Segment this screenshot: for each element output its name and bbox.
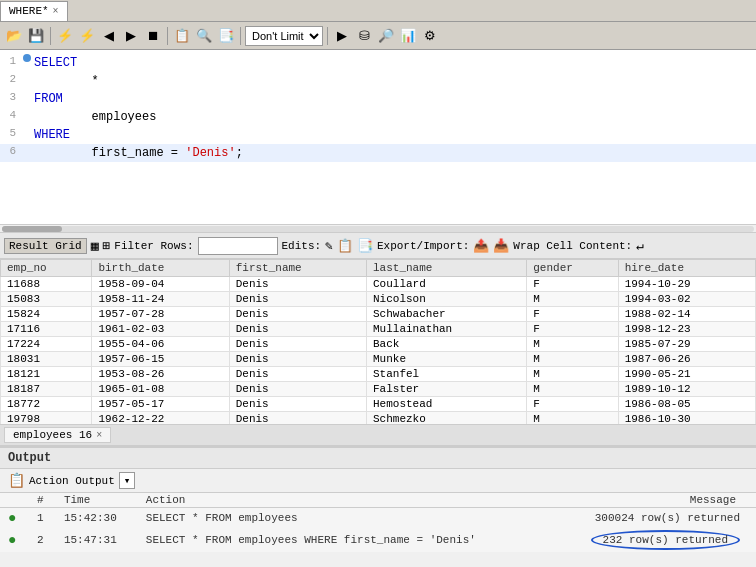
grid-header-row: emp_no birth_date first_name last_name g… [1,260,756,277]
table-cell: Falster [367,382,527,397]
col-num: # [29,493,56,508]
table-cell: Schmezko [367,412,527,425]
table-cell: F [527,307,618,322]
table-cell: M [527,382,618,397]
table-cell: Denis [229,352,366,367]
execute-current-btn[interactable]: ⚡ [77,26,97,46]
result-grid-btn[interactable]: Result Grid [4,238,87,254]
table-cell: Denis [229,382,366,397]
find-btn[interactable]: 🔎 [376,26,396,46]
output-dropdown[interactable]: ▾ [119,472,136,489]
table-row[interactable]: 180311957-06-15DenisMunkeM1987-06-26 [1,352,756,367]
table-cell: 1957-06-15 [92,352,229,367]
edit3-icon[interactable]: 📑 [357,238,373,254]
line-num-4: 4 [0,108,20,121]
table-cell: Mullainathan [367,322,527,337]
save-btn[interactable]: 💾 [26,26,46,46]
edit-icon[interactable]: ✎ [325,238,333,254]
search-btn[interactable]: 🔍 [194,26,214,46]
filter-rows-input[interactable] [198,237,278,255]
tab-close-icon[interactable]: × [53,6,59,17]
settings-btn[interactable]: ⚙ [420,26,440,46]
table-row[interactable]: 187721957-05-17DenisHemosteadF1986-08-05 [1,397,756,412]
table-row[interactable]: 150831958-11-24DenisNicolsonM1994-03-02 [1,292,756,307]
execute-btn[interactable]: ⚡ [55,26,75,46]
table-cell: Denis [229,412,366,425]
table-cell: 1986-10-30 [618,412,755,425]
table-cell: 1958-11-24 [92,292,229,307]
col-time: Time [56,493,138,508]
blue-dot-icon [23,54,31,62]
refresh-btn[interactable]: ⏹ [143,26,163,46]
form-icon[interactable]: ⊞ [102,238,110,254]
line-content-5: WHERE [34,126,756,144]
horizontal-scrollbar[interactable] [0,225,756,233]
sep4 [327,27,328,45]
data-grid: emp_no birth_date first_name last_name g… [0,259,756,424]
export-label: Export/Import: [377,240,469,252]
grid-icon[interactable]: ▦ [91,238,99,254]
export-icon[interactable]: 📤 [473,238,489,254]
action-row: ●215:47:31SELECT * FROM employees WHERE … [0,528,756,552]
copy-btn[interactable]: 📋 [172,26,192,46]
table-cell: 1998-12-23 [618,322,755,337]
sql-lines: 1 SELECT 2 * 3 FROM 4 employees 5 W [0,54,756,162]
table-cell: 1990-05-21 [618,367,755,382]
table-cell: 1986-08-05 [618,397,755,412]
employees-tab-close[interactable]: × [96,430,102,441]
line-content-3: FROM [34,90,756,108]
table-row[interactable]: 181871965-01-08DenisFalsterM1989-10-12 [1,382,756,397]
employees-tab-bar: employees 16 × [0,424,756,446]
table-cell: 1961-02-03 [92,322,229,337]
table-cell: M [527,337,618,352]
col-first-name: first_name [229,260,366,277]
table-cell: 1985-07-29 [618,337,755,352]
line-content-1: SELECT [34,54,756,72]
table-row[interactable]: 171161961-02-03DenisMullainathanF1998-12… [1,322,756,337]
format-btn[interactable]: ⛁ [354,26,374,46]
limit-select[interactable]: Don't Limit [245,26,323,46]
table-cell: Munke [367,352,527,367]
col-gender: gender [527,260,618,277]
open-btn[interactable]: 📂 [4,26,24,46]
table-cell: M [527,352,618,367]
bookmark-btn[interactable]: 📑 [216,26,236,46]
table-cell: 11688 [1,277,92,292]
table-row[interactable]: 197981962-12-22DenisSchmezkoM1986-10-30 [1,412,756,425]
result-grid-toolbar: Result Grid ▦ ⊞ Filter Rows: Edits: ✎ 📋 … [0,233,756,259]
line-content-2: * [34,72,756,90]
filter-rows-label: Filter Rows: [114,240,193,252]
where-tab[interactable]: WHERE* × [0,1,68,21]
table-cell: 17224 [1,337,92,352]
action-time: 15:42:30 [56,508,138,529]
action-num: 1 [29,508,56,529]
action-text: SELECT * FROM employees WHERE first_name… [138,528,550,552]
data-grid-container[interactable]: emp_no birth_date first_name last_name g… [0,259,756,424]
sql-editor[interactable]: 1 SELECT 2 * 3 FROM 4 employees 5 W [0,50,756,225]
edit2-icon[interactable]: 📋 [337,238,353,254]
explain-btn[interactable]: ▶ [121,26,141,46]
table-cell: Denis [229,292,366,307]
stop-btn[interactable]: ◀ [99,26,119,46]
table-cell: 1994-03-02 [618,292,755,307]
action-message: 300024 row(s) returned [550,508,756,529]
action-header-row: # Time Action Message [0,493,756,508]
run-btn[interactable]: ▶ [332,26,352,46]
action-table: # Time Action Message ●115:42:30SELECT *… [0,493,756,552]
table-cell: 18772 [1,397,92,412]
table-row[interactable]: 158241957-07-28DenisSchwabacherF1988-02-… [1,307,756,322]
employees-tab[interactable]: employees 16 × [4,427,111,443]
table-row[interactable]: 181211953-08-26DenisStanfelM1990-05-21 [1,367,756,382]
table-cell: Denis [229,322,366,337]
table-row[interactable]: 172241955-04-06DenisBackM1985-07-29 [1,337,756,352]
scroll-thumb[interactable] [2,226,62,232]
import-icon[interactable]: 📥 [493,238,509,254]
line-num-2: 2 [0,72,20,85]
line-num-3: 3 [0,90,20,103]
inspect-btn[interactable]: 📊 [398,26,418,46]
table-cell: Denis [229,307,366,322]
col-birth-date: birth_date [92,260,229,277]
table-cell: M [527,292,618,307]
table-row[interactable]: 116881958-09-04DenisCoullardF1994-10-29 [1,277,756,292]
sql-line-4: 4 employees [0,108,756,126]
